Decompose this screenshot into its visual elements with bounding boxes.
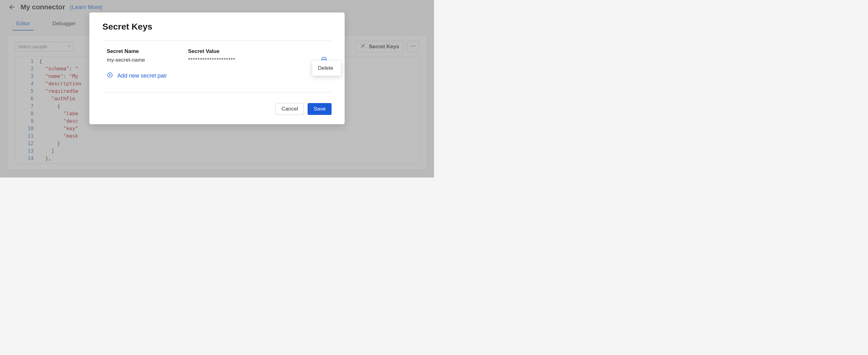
- plus-circle-icon: [107, 72, 113, 80]
- row-context-menu: Delete: [312, 61, 341, 76]
- modal-title: Secret Keys: [102, 22, 332, 32]
- add-secret-label: Add new secret pair: [117, 72, 167, 79]
- svg-point-7: [324, 59, 324, 60]
- modal-footer: Cancel Save: [102, 103, 332, 115]
- secret-keys-modal: Secret Keys Secret Name Secret Value my-…: [89, 12, 345, 124]
- secrets-section: Secret Name Secret Value my-secret-name …: [102, 41, 332, 83]
- column-header-name: Secret Name: [107, 48, 188, 55]
- cancel-button[interactable]: Cancel: [276, 103, 304, 115]
- save-button[interactable]: Save: [308, 103, 332, 115]
- svg-point-8: [325, 59, 326, 60]
- column-header-value: Secret Value: [188, 48, 327, 55]
- add-secret-pair-button[interactable]: Add new secret pair: [107, 72, 327, 80]
- svg-point-6: [323, 59, 323, 60]
- secret-row: my-secret-name ********************: [107, 56, 327, 64]
- modal-overlay[interactable]: Secret Keys Secret Name Secret Value my-…: [0, 0, 434, 177]
- delete-menu-item[interactable]: Delete: [312, 63, 341, 73]
- secret-table-header: Secret Name Secret Value: [107, 48, 327, 55]
- divider: [102, 92, 332, 92]
- secret-value-cell: ********************: [188, 57, 321, 63]
- secret-name-cell: my-secret-name: [107, 57, 188, 63]
